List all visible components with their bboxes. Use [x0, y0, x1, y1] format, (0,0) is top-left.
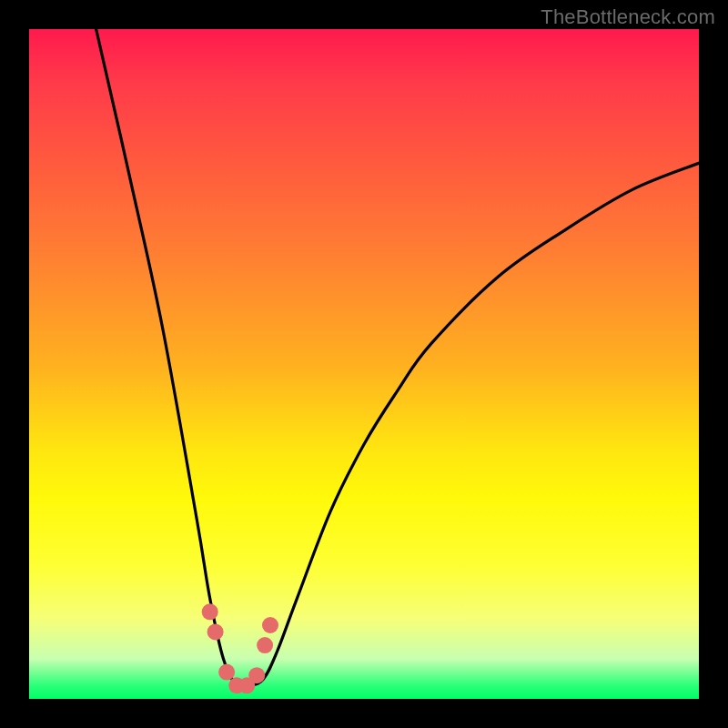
- chart-plot-area: [29, 29, 699, 699]
- marker-point: [257, 637, 273, 653]
- marker-point: [207, 623, 224, 640]
- marker-point: [218, 664, 235, 681]
- marker-point: [248, 667, 265, 683]
- marker-point: [262, 617, 278, 633]
- bottleneck-curve: [96, 29, 699, 688]
- bottleneck-curve-svg: [29, 29, 699, 699]
- watermark-text: TheBottleneck.com: [541, 5, 715, 29]
- highlighted-points: [202, 603, 278, 693]
- marker-point: [202, 603, 218, 620]
